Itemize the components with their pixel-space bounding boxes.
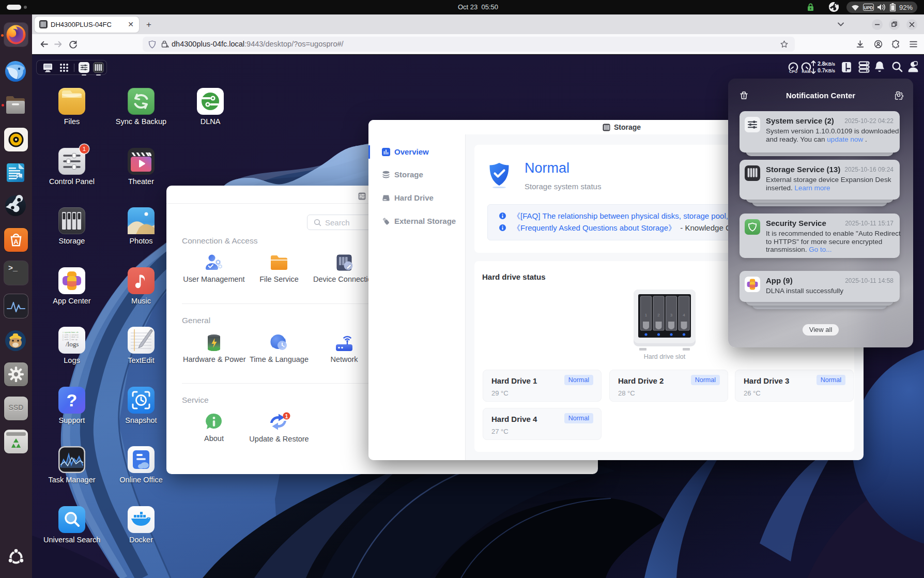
svg-text:3: 3	[670, 313, 673, 317]
svg-text:1: 1	[645, 313, 648, 317]
svg-text:UPD: UPD	[864, 5, 873, 10]
svg-text:CPU: CPU	[789, 69, 797, 74]
svg-text:[ warn ] disk io: [ warn ] disk io	[63, 336, 79, 338]
svg-text:2: 2	[657, 313, 660, 317]
svg-text:RAM: RAM	[802, 69, 810, 74]
svg-text:> system boot ok: > system boot ok	[63, 331, 79, 333]
svg-text:4: 4	[683, 313, 685, 317]
svg-text:/logs: /logs	[66, 340, 79, 348]
svg-text:A: A	[13, 238, 19, 246]
svg-text:1: 1	[285, 413, 288, 419]
svg-text:[ info ] service: [ info ] service	[63, 334, 79, 336]
